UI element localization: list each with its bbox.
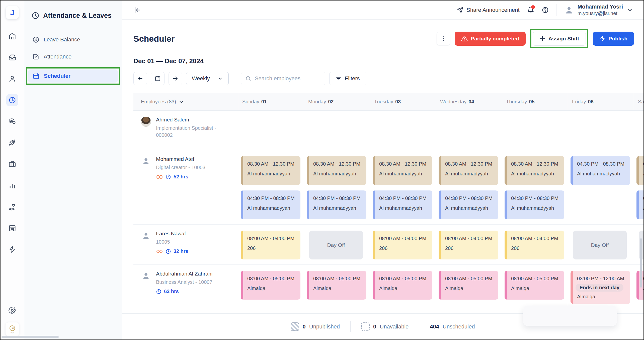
shift-location: Almalqa [511,285,557,292]
shift-card[interactable]: 08:00 AM - 05:00 PMAlmalqa [505,271,564,300]
day-cell: 08:30 AM - 12:30 PMAl muhammadyyah04:30 … [502,150,568,225]
notification-dot [531,5,535,9]
shift-card[interactable]: 08:00 AM - 04:00 PM206 [373,231,432,259]
shift-card[interactable]: 04:30 PM - 08:30 PMAl muhammadyyah [439,190,498,219]
day-off-cell[interactable]: Day Off [573,231,627,259]
footer-divider [419,321,419,332]
home-icon[interactable] [6,30,18,42]
shift-stack: 08:00 AM - 04:00 PM206 [505,231,564,259]
partially-completed-button[interactable]: Partially completed [455,32,526,46]
shift-stack: 08:30 AM - 12:30 PMAl muhammadyyah04:30 … [505,156,564,219]
shift-location: Al muhammadyyah [511,205,557,212]
shift-card[interactable]: 04:30 PM - 08:30 PMAl muhammadyyah [373,190,432,219]
sidebar-item-attendance[interactable]: Attendance [28,50,118,63]
shift-card[interactable]: 04:30 PM - 08:30 PMAl muhammadyyah [571,156,630,185]
shift-card[interactable]: 08:00 AM - 05:00 PMAlmalqa [307,271,366,300]
day-cell: 08:00 AM - 05:00 PMAlmalqa [238,265,304,309]
vertical-scrollbar[interactable] [640,238,642,288]
shift-location: 206 [247,245,294,252]
clock-icon[interactable] [6,94,18,106]
day-column-header: Wednesday04 [436,93,502,111]
day-name: Wednesday [440,99,466,105]
lightning-icon [599,36,605,42]
notifications-bell-icon[interactable] [527,7,534,14]
shift-time: 04:30 PM - 08:30 PM [577,161,627,167]
shift-card[interactable]: 04:30 PM - 08:30 PMAl muhammadyyah [636,190,643,219]
shift-time: 08:00 AM - 05:00 PM [511,276,561,282]
inbox-icon[interactable] [6,51,18,63]
user-email: m.yousry@jisr.net [578,10,623,17]
shift-card[interactable]: 08:30 AM - 12:30 PMAl muhammadyyah [439,156,498,185]
view-mode-select[interactable]: Weekly [186,72,229,85]
day-off-cell[interactable]: Day Off [309,231,363,259]
share-announcement-button[interactable]: Share Announcement [457,7,520,13]
day-cell [568,111,634,150]
payroll-coins-icon[interactable] [6,115,18,127]
shift-card[interactable]: 08:30 AM - 12:30 PMAl muhammadyyah [505,156,564,185]
jisr-logo[interactable]: J [6,6,19,19]
search-input[interactable] [254,75,328,82]
module-title-text: Attendance & Leaves [43,12,112,20]
lightning-icon[interactable] [6,243,18,255]
shift-stack: 08:00 AM - 05:00 PMAlmalqa [439,271,498,300]
company-logo[interactable]: LCشركة [6,322,19,336]
shift-card[interactable]: 03:00 PM - 12:00 AMEnds in next dayAlmal… [571,271,630,304]
day-cell: 08:00 AM - 05:00 PMAlmalqa [502,265,568,309]
shift-time: 08:00 AM - 04:00 PM [379,236,429,241]
footer-status-item: 0Unpublished [291,322,340,331]
shift-location: Almalqa [643,285,643,292]
previous-week-button[interactable] [133,72,147,85]
user-menu[interactable]: Mohammad Yosri m.yousry@jisr.net [564,3,633,17]
help-icon[interactable] [542,7,549,14]
day-cell: 08:30 AM - 12:30 PMAl muhammadyyah04:30 … [304,150,370,225]
shift-time: 04:30 PM - 08:30 PM [313,195,363,201]
sidebar-item-scheduler[interactable]: Scheduler [28,70,118,83]
calendar-picker-button[interactable] [151,72,165,85]
horizontal-scrollbar[interactable] [2,336,59,338]
more-options-button[interactable] [437,32,450,45]
user-icon[interactable] [6,73,18,85]
shift-card[interactable]: 08:30 AM - 12:30 PMAl muhammadyyah [636,156,643,185]
employee-cell: Ahmed SalemImplementation Specialist - 0… [133,111,238,150]
shift-card[interactable]: 04:30 PM - 08:30 PMAl muhammadyyah [307,190,366,219]
publish-button[interactable]: Publish [593,32,634,46]
day-cell: 04:30 PM - 08:30 PMAl muhammadyyah [568,150,634,225]
shift-location: Almalqa [313,285,360,292]
day-cell [304,111,370,150]
gear-icon[interactable] [6,304,18,316]
shift-card[interactable]: 08:00 AM - 04:00 PM206 [439,231,498,259]
storefront-icon[interactable] [6,222,18,234]
hand-heart-icon[interactable] [6,201,18,213]
shift-card[interactable]: 08:00 AM - 04:00 PM206 [241,231,300,259]
shift-card[interactable]: 04:30 PM - 08:30 PMAl muhammadyyah [505,190,564,219]
filters-button[interactable]: Filters [329,72,366,85]
shift-card[interactable]: 08:00 AM - 05:00 PMAlmalqa [373,271,432,300]
shift-card[interactable]: 08:00 AM - 05:00 PMAlmalqa [439,271,498,300]
shift-card[interactable]: 08:00 AM - 04:00 PM206 [505,231,564,259]
day-cell: 08:30 AM - 12:30 PMAl muhammadyyah04:30 … [634,150,643,225]
briefcase-icon[interactable] [6,158,18,170]
shift-card[interactable]: 08:30 AM - 12:30 PMAl muhammadyyah [241,156,300,185]
footer-label: Unscheduled [443,323,475,330]
employee-name: Ahmed Salem [156,117,231,123]
collapse-sidebar-icon[interactable] [133,6,141,14]
bar-chart-icon[interactable] [6,179,18,191]
day-name: Sunday [242,99,259,105]
shift-stack: 08:00 AM - 04:00 PM206 [439,231,498,259]
clock-icon [156,289,162,294]
shift-card[interactable]: 08:00 AM - 05:00 PMAlmalqa [241,271,300,300]
employees-column-header[interactable]: Employees (83) [133,93,238,111]
shift-card[interactable]: 08:30 AM - 12:30 PMAl muhammadyyah [307,156,366,185]
shift-card[interactable]: 08:30 AM - 12:30 PMAl muhammadyyah [373,156,432,185]
next-week-button[interactable] [169,72,182,85]
sidebar-item-label: Leave Balance [44,36,80,43]
day-name: Tuesday [374,99,393,105]
shift-location: Al muhammadyyah [247,170,294,177]
rocket-icon[interactable] [6,137,18,149]
employee-name: Mohammed Atef [156,156,205,162]
shift-card[interactable]: 04:30 PM - 08:30 PMAl muhammadyyah [241,190,300,219]
sidebar-item-leave-balance[interactable]: Leave Balance [28,33,118,46]
day-cell [502,111,568,150]
shift-time: 03:00 PM - 12:00 AM [577,276,627,282]
assign-shift-button[interactable]: Assign Shift [533,32,586,46]
